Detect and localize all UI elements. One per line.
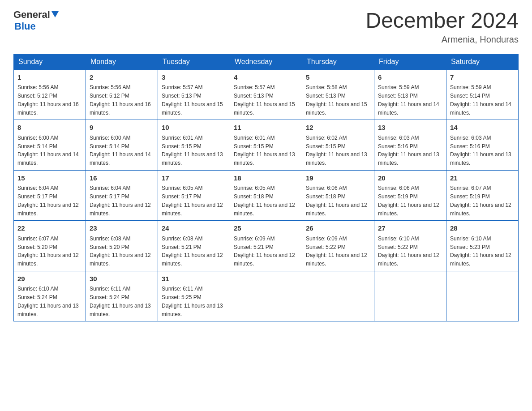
day-info: Sunrise: 6:00 AMSunset: 5:14 PMDaylight:… bbox=[17, 135, 79, 166]
day-number: 25 bbox=[234, 223, 298, 234]
weekday-header-tuesday: Tuesday bbox=[158, 54, 230, 69]
day-info: Sunrise: 5:57 AMSunset: 5:13 PMDaylight:… bbox=[162, 84, 223, 116]
day-info: Sunrise: 6:03 AMSunset: 5:16 PMDaylight:… bbox=[378, 135, 439, 166]
day-info: Sunrise: 6:06 AMSunset: 5:18 PMDaylight:… bbox=[306, 185, 367, 216]
calendar-cell: 5 Sunrise: 5:58 AMSunset: 5:13 PMDayligh… bbox=[302, 69, 374, 120]
calendar-week-row: 1 Sunrise: 5:56 AMSunset: 5:12 PMDayligh… bbox=[14, 69, 519, 120]
day-number: 21 bbox=[450, 173, 515, 184]
calendar-cell: 24 Sunrise: 6:08 AMSunset: 5:21 PMDaylig… bbox=[158, 221, 230, 271]
calendar-cell: 19 Sunrise: 6:06 AMSunset: 5:18 PMDaylig… bbox=[302, 170, 374, 221]
day-number: 29 bbox=[17, 274, 82, 284]
calendar-table: SundayMondayTuesdayWednesdayThursdayFrid… bbox=[13, 54, 519, 322]
day-number: 28 bbox=[450, 223, 515, 234]
day-number: 5 bbox=[306, 73, 370, 83]
day-info: Sunrise: 6:05 AMSunset: 5:17 PMDaylight:… bbox=[162, 185, 223, 216]
weekday-header-monday: Monday bbox=[86, 54, 158, 69]
calendar-cell bbox=[374, 271, 446, 321]
day-number: 22 bbox=[17, 223, 82, 234]
day-info: Sunrise: 6:10 AMSunset: 5:23 PMDaylight:… bbox=[450, 235, 511, 267]
day-info: Sunrise: 5:59 AMSunset: 5:13 PMDaylight:… bbox=[378, 84, 439, 116]
day-number: 30 bbox=[90, 274, 154, 284]
day-number: 31 bbox=[162, 274, 226, 284]
calendar-cell bbox=[230, 271, 302, 321]
calendar-cell: 3 Sunrise: 5:57 AMSunset: 5:13 PMDayligh… bbox=[158, 69, 230, 120]
day-info: Sunrise: 6:07 AMSunset: 5:19 PMDaylight:… bbox=[450, 185, 511, 216]
day-number: 18 bbox=[234, 173, 298, 184]
day-info: Sunrise: 6:09 AMSunset: 5:22 PMDaylight:… bbox=[306, 235, 367, 267]
weekday-header-row: SundayMondayTuesdayWednesdayThursdayFrid… bbox=[14, 54, 519, 69]
calendar-week-row: 15 Sunrise: 6:04 AMSunset: 5:17 PMDaylig… bbox=[14, 170, 519, 221]
day-number: 12 bbox=[306, 123, 370, 133]
logo-icon-arrow bbox=[51, 11, 59, 20]
logo-text-general: General bbox=[13, 9, 50, 21]
title-section: December 2024 Armenia, Honduras bbox=[365, 9, 519, 45]
weekday-header-wednesday: Wednesday bbox=[230, 54, 302, 69]
day-info: Sunrise: 5:59 AMSunset: 5:14 PMDaylight:… bbox=[450, 84, 511, 116]
day-info: Sunrise: 6:04 AMSunset: 5:17 PMDaylight:… bbox=[90, 185, 151, 216]
calendar-cell: 2 Sunrise: 5:56 AMSunset: 5:12 PMDayligh… bbox=[86, 69, 158, 120]
calendar-cell: 22 Sunrise: 6:07 AMSunset: 5:20 PMDaylig… bbox=[14, 221, 86, 271]
calendar-cell: 28 Sunrise: 6:10 AMSunset: 5:23 PMDaylig… bbox=[446, 221, 519, 271]
day-number: 24 bbox=[162, 223, 226, 234]
day-info: Sunrise: 6:10 AMSunset: 5:22 PMDaylight:… bbox=[378, 235, 439, 267]
calendar-cell: 20 Sunrise: 6:06 AMSunset: 5:19 PMDaylig… bbox=[374, 170, 446, 221]
calendar-cell: 12 Sunrise: 6:02 AMSunset: 5:15 PMDaylig… bbox=[302, 120, 374, 171]
day-info: Sunrise: 6:00 AMSunset: 5:14 PMDaylight:… bbox=[90, 135, 151, 166]
day-number: 13 bbox=[378, 123, 442, 133]
calendar-cell: 16 Sunrise: 6:04 AMSunset: 5:17 PMDaylig… bbox=[86, 170, 158, 221]
calendar-cell: 15 Sunrise: 6:04 AMSunset: 5:17 PMDaylig… bbox=[14, 170, 86, 221]
day-number: 2 bbox=[90, 73, 154, 83]
day-number: 15 bbox=[17, 173, 82, 184]
day-info: Sunrise: 6:04 AMSunset: 5:17 PMDaylight:… bbox=[17, 185, 79, 216]
day-info: Sunrise: 6:08 AMSunset: 5:20 PMDaylight:… bbox=[90, 235, 151, 267]
calendar-subtitle: Armenia, Honduras bbox=[365, 34, 519, 45]
calendar-cell: 4 Sunrise: 5:57 AMSunset: 5:13 PMDayligh… bbox=[230, 69, 302, 120]
day-info: Sunrise: 6:07 AMSunset: 5:20 PMDaylight:… bbox=[17, 235, 79, 267]
day-info: Sunrise: 6:06 AMSunset: 5:19 PMDaylight:… bbox=[378, 185, 439, 216]
day-number: 20 bbox=[378, 173, 442, 184]
calendar-cell: 7 Sunrise: 5:59 AMSunset: 5:14 PMDayligh… bbox=[446, 69, 519, 120]
day-number: 4 bbox=[234, 73, 298, 83]
day-number: 10 bbox=[162, 123, 226, 133]
weekday-header-saturday: Saturday bbox=[446, 54, 519, 69]
calendar-cell: 14 Sunrise: 6:03 AMSunset: 5:16 PMDaylig… bbox=[446, 120, 519, 171]
day-number: 23 bbox=[90, 223, 154, 234]
logo-text-blue: Blue bbox=[14, 21, 36, 32]
day-info: Sunrise: 6:11 AMSunset: 5:24 PMDaylight:… bbox=[90, 286, 151, 317]
calendar-cell: 1 Sunrise: 5:56 AMSunset: 5:12 PMDayligh… bbox=[14, 69, 86, 120]
day-info: Sunrise: 5:56 AMSunset: 5:12 PMDaylight:… bbox=[90, 84, 151, 116]
day-info: Sunrise: 5:58 AMSunset: 5:13 PMDaylight:… bbox=[306, 84, 367, 116]
day-number: 14 bbox=[450, 123, 515, 133]
weekday-header-thursday: Thursday bbox=[302, 54, 374, 69]
calendar-cell: 17 Sunrise: 6:05 AMSunset: 5:17 PMDaylig… bbox=[158, 170, 230, 221]
calendar-cell: 26 Sunrise: 6:09 AMSunset: 5:22 PMDaylig… bbox=[302, 221, 374, 271]
day-number: 17 bbox=[162, 173, 226, 184]
calendar-cell bbox=[446, 271, 519, 321]
day-number: 27 bbox=[378, 223, 442, 234]
calendar-cell: 30 Sunrise: 6:11 AMSunset: 5:24 PMDaylig… bbox=[86, 271, 158, 321]
day-info: Sunrise: 6:11 AMSunset: 5:25 PMDaylight:… bbox=[162, 286, 223, 317]
calendar-title: December 2024 bbox=[365, 9, 519, 33]
calendar-cell: 9 Sunrise: 6:00 AMSunset: 5:14 PMDayligh… bbox=[86, 120, 158, 171]
day-number: 6 bbox=[378, 73, 442, 83]
svg-marker-0 bbox=[51, 11, 59, 17]
day-info: Sunrise: 6:01 AMSunset: 5:15 PMDaylight:… bbox=[234, 135, 295, 166]
calendar-cell: 10 Sunrise: 6:01 AMSunset: 5:15 PMDaylig… bbox=[158, 120, 230, 171]
calendar-week-row: 22 Sunrise: 6:07 AMSunset: 5:20 PMDaylig… bbox=[14, 221, 519, 271]
calendar-week-row: 8 Sunrise: 6:00 AMSunset: 5:14 PMDayligh… bbox=[14, 120, 519, 171]
weekday-header-sunday: Sunday bbox=[14, 54, 86, 69]
calendar-cell: 29 Sunrise: 6:10 AMSunset: 5:24 PMDaylig… bbox=[14, 271, 86, 321]
day-number: 8 bbox=[17, 123, 82, 133]
day-number: 9 bbox=[90, 123, 154, 133]
calendar-cell: 13 Sunrise: 6:03 AMSunset: 5:16 PMDaylig… bbox=[374, 120, 446, 171]
day-number: 19 bbox=[306, 173, 370, 184]
day-info: Sunrise: 6:08 AMSunset: 5:21 PMDaylight:… bbox=[162, 235, 223, 267]
day-info: Sunrise: 6:05 AMSunset: 5:18 PMDaylight:… bbox=[234, 185, 295, 216]
day-info: Sunrise: 5:57 AMSunset: 5:13 PMDaylight:… bbox=[234, 84, 295, 116]
weekday-header-friday: Friday bbox=[374, 54, 446, 69]
day-info: Sunrise: 6:01 AMSunset: 5:15 PMDaylight:… bbox=[162, 135, 223, 166]
calendar-cell: 8 Sunrise: 6:00 AMSunset: 5:14 PMDayligh… bbox=[14, 120, 86, 171]
calendar-cell: 11 Sunrise: 6:01 AMSunset: 5:15 PMDaylig… bbox=[230, 120, 302, 171]
day-info: Sunrise: 5:56 AMSunset: 5:12 PMDaylight:… bbox=[17, 84, 79, 116]
calendar-cell: 21 Sunrise: 6:07 AMSunset: 5:19 PMDaylig… bbox=[446, 170, 519, 221]
